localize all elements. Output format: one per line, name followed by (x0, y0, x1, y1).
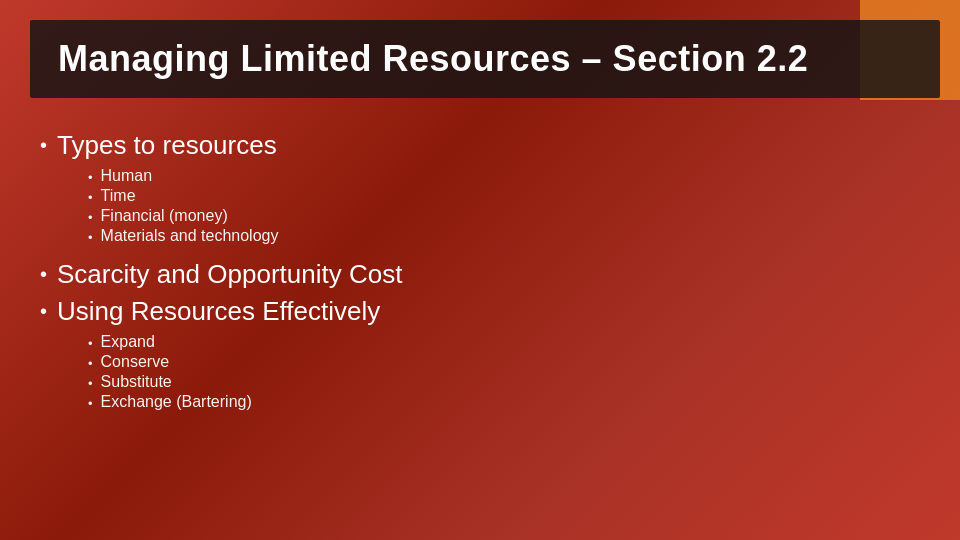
sub-label-time: Time (101, 187, 136, 205)
content-area: • Types to resources • Human • Time • Fi… (40, 130, 920, 520)
bullet-scarcity: • Scarcity and Opportunity Cost (40, 259, 920, 290)
slide-title: Managing Limited Resources – Section 2.2 (58, 38, 808, 79)
slide-container: Managing Limited Resources – Section 2.2… (0, 0, 960, 540)
sub-label-human: Human (101, 167, 153, 185)
bullet-using-resources: • Using Resources Effectively (40, 296, 920, 327)
sub-bullet-time: • Time (88, 187, 920, 205)
sub-label-substitute: Substitute (101, 373, 172, 391)
bullet-dot-3: • (40, 300, 47, 323)
sub-bullets-types: • Human • Time • Financial (money) • Mat… (88, 167, 920, 245)
sub-bullet-substitute: • Substitute (88, 373, 920, 391)
sub-bullet-expand: • Expand (88, 333, 920, 351)
sub-bullet-financial: • Financial (money) (88, 207, 920, 225)
bullet-types-label: Types to resources (57, 130, 277, 161)
bullet-using-resources-label: Using Resources Effectively (57, 296, 380, 327)
sub-bullet-conserve: • Conserve (88, 353, 920, 371)
sub-bullet-materials: • Materials and technology (88, 227, 920, 245)
bullet-scarcity-label: Scarcity and Opportunity Cost (57, 259, 402, 290)
sub-bullet-exchange: • Exchange (Bartering) (88, 393, 920, 411)
sub-bullets-using: • Expand • Conserve • Substitute • Excha… (88, 333, 920, 411)
sub-label-materials: Materials and technology (101, 227, 279, 245)
bullet-types-to-resources: • Types to resources (40, 130, 920, 161)
sub-label-exchange: Exchange (Bartering) (101, 393, 252, 411)
bullet-dot-1: • (40, 134, 47, 157)
sub-label-expand: Expand (101, 333, 155, 351)
sub-label-conserve: Conserve (101, 353, 169, 371)
sub-bullet-human: • Human (88, 167, 920, 185)
title-bar: Managing Limited Resources – Section 2.2 (30, 20, 940, 98)
bullet-dot-2: • (40, 263, 47, 286)
sub-label-financial: Financial (money) (101, 207, 228, 225)
